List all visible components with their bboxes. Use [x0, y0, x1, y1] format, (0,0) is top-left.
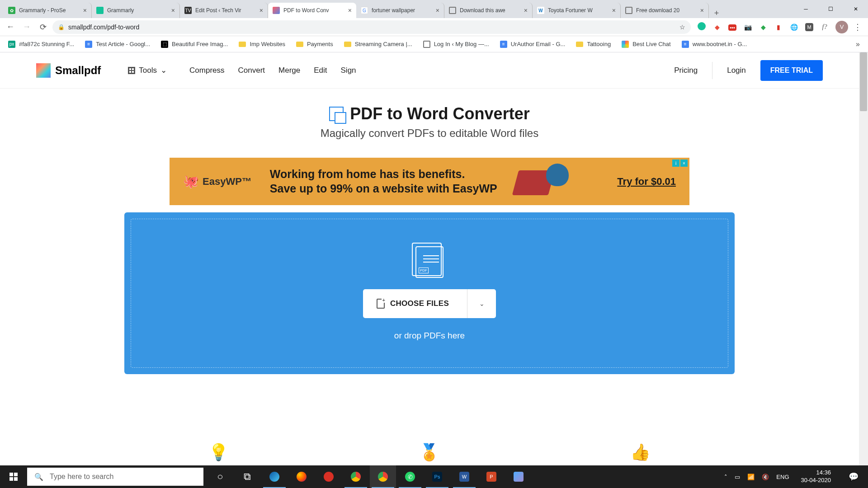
chrome-bg-app-icon[interactable]	[343, 465, 369, 488]
tools-dropdown[interactable]: Tools ⌄	[128, 66, 167, 75]
bookmark-livechat[interactable]: Best Live Chat	[617, 38, 675, 51]
choose-files-button[interactable]: CHOOSE FILES	[363, 289, 467, 318]
tab-grammarly-1[interactable]: ✿ Grammarly - ProSe ×	[4, 3, 92, 18]
maximize-button[interactable]: ☐	[818, 0, 843, 18]
ext-red-icon[interactable]: ▮	[774, 23, 783, 31]
ext-camera-icon[interactable]: 📷	[743, 23, 752, 31]
choose-source-dropdown[interactable]: ⌄	[467, 289, 496, 318]
close-icon[interactable]: ×	[348, 7, 352, 14]
nav-merge[interactable]: Merge	[278, 66, 300, 75]
profile-avatar[interactable]: V	[835, 21, 848, 33]
ad-cta-link[interactable]: Try for $0.01	[617, 176, 676, 188]
close-icon[interactable]: ×	[83, 7, 87, 14]
tab-grammarly-2[interactable]: Grammarly ×	[92, 3, 180, 18]
address-bar[interactable]: 🔒 smallpdf.com/pdf-to-word ☆	[52, 20, 691, 34]
windows-taskbar: 🔍 Type here to search ○ ⧉ ✆ Ps W P ˄ ▭ 📶…	[0, 465, 868, 488]
windows-logo-icon	[9, 473, 18, 481]
ext-globe-icon[interactable]: 🌐	[789, 23, 798, 31]
back-button[interactable]: ←	[4, 20, 17, 34]
ext-dots-icon[interactable]: •••	[728, 23, 737, 31]
smallpdf-logo[interactable]: Smallpdf	[36, 63, 101, 78]
star-icon[interactable]: ☆	[679, 23, 685, 31]
features-teaser: 💡 🏅 👍	[0, 443, 859, 465]
minimize-button[interactable]: ─	[793, 0, 818, 18]
tab-free-download[interactable]: Free download 20 ×	[621, 3, 709, 18]
photoshop-app-icon[interactable]: Ps	[424, 465, 450, 488]
tab-download[interactable]: Download this awe ×	[444, 3, 533, 18]
nav-edit[interactable]: Edit	[314, 66, 327, 75]
nav-compress[interactable]: Compress	[189, 66, 224, 75]
chrome-menu-button[interactable]: ⋮	[851, 20, 864, 34]
battery-icon[interactable]: ▭	[735, 474, 740, 480]
ext-grammarly-icon[interactable]	[697, 22, 706, 32]
bookmark-tattooing[interactable]: Tattooing	[571, 38, 615, 51]
hero-section: PDF to Word Converter Magically convert …	[0, 89, 859, 149]
close-icon[interactable]: ×	[259, 7, 263, 14]
tab-fortuner[interactable]: G fortuner wallpaper ×	[356, 3, 444, 18]
bookmark-test-article[interactable]: ≡Test Article - Googl...	[80, 38, 155, 51]
page-scrollbar[interactable]	[859, 52, 868, 465]
bookmark-urauthor[interactable]: ≡UrAuthor Email - G...	[495, 38, 570, 51]
edge-app-icon[interactable]	[261, 465, 288, 488]
favicon-google-icon: G	[361, 7, 368, 14]
page-subtitle: Magically convert PDFs to editable Word …	[0, 127, 859, 140]
bookmark-streaming[interactable]: Streaming Camera |...	[340, 38, 417, 51]
close-icon[interactable]: ×	[171, 7, 175, 14]
powerpoint-app-icon[interactable]: P	[478, 465, 505, 488]
favicon-globe-icon	[625, 7, 632, 14]
forward-button[interactable]: →	[20, 20, 33, 34]
choose-files-group: CHOOSE FILES ⌄	[363, 289, 496, 318]
file-dropzone[interactable]: PDF CHOOSE FILES ⌄ or drop PDFs here	[124, 212, 735, 374]
ext-m-icon[interactable]: M	[805, 23, 814, 31]
octopus-icon: 🐙	[183, 174, 199, 189]
bookmark-bootnet[interactable]: ≡www.bootnet.in - G...	[677, 38, 752, 51]
pricing-link[interactable]: Pricing	[668, 66, 704, 75]
close-icon[interactable]: ×	[612, 7, 616, 14]
firefox-app-icon[interactable]	[288, 465, 315, 488]
ad-banner[interactable]: 🐙 EasyWP™ Working from home has its bene…	[170, 158, 689, 205]
thumbs-up-icon: 👍	[630, 443, 651, 462]
language-indicator[interactable]: ENG	[776, 474, 789, 480]
close-icon[interactable]: ×	[436, 7, 439, 14]
tab-edit-post[interactable]: TV Edit Post ‹ Tech Vir ×	[180, 3, 268, 18]
volume-muted-icon[interactable]: 🔇	[762, 474, 769, 480]
ext-green-icon[interactable]: ◆	[759, 23, 768, 31]
reload-button[interactable]: ⟳	[36, 20, 50, 34]
close-window-button[interactable]: ✕	[843, 0, 868, 18]
photos-app-icon[interactable]	[505, 465, 532, 488]
bookmark-unsplash[interactable]: ⬚Beautiful Free Imag...	[156, 38, 232, 51]
adchoices-icon[interactable]: i	[672, 160, 679, 167]
action-center-button[interactable]: 💬	[843, 465, 864, 488]
close-icon[interactable]: ×	[524, 7, 528, 14]
nav-sign[interactable]: Sign	[341, 66, 356, 75]
task-view-button[interactable]: ⧉	[234, 465, 260, 488]
tray-overflow-icon[interactable]: ˄	[724, 474, 727, 480]
free-trial-button[interactable]: FREE TRIAL	[760, 60, 823, 81]
cortana-button[interactable]: ○	[207, 465, 233, 488]
bookmark-payments[interactable]: Payments	[292, 38, 338, 51]
start-button[interactable]	[0, 465, 27, 488]
wifi-icon[interactable]: 📶	[747, 474, 755, 480]
tab-toyota[interactable]: W Toyota Fortuner W ×	[533, 3, 621, 18]
new-tab-button[interactable]: +	[709, 9, 724, 18]
opera-app-icon[interactable]	[316, 465, 342, 488]
login-link[interactable]: Login	[721, 66, 752, 75]
chrome-app-icon[interactable]	[370, 465, 396, 488]
taskbar-search-input[interactable]: 🔍 Type here to search	[27, 468, 203, 486]
close-icon[interactable]: ×	[700, 7, 704, 14]
bookmarks-overflow-button[interactable]: »	[851, 40, 864, 48]
taskbar-clock[interactable]: 14:36 30-04-2020	[797, 469, 836, 484]
bookmark-imp-websites[interactable]: Imp Websites	[234, 38, 290, 51]
tab-pdf-to-word-active[interactable]: PDF to Word Conv ×	[268, 3, 356, 18]
bookmark-pexels[interactable]: px#fa872c Stunning F...	[4, 38, 79, 51]
upload-icon	[377, 299, 385, 309]
ext-f-icon[interactable]: f?	[820, 23, 829, 31]
nav-convert[interactable]: Convert	[238, 66, 265, 75]
scrollbar-thumb[interactable]	[860, 52, 867, 111]
word-app-icon[interactable]: W	[451, 465, 477, 488]
bookmark-login[interactable]: Log In ‹ My Blog —...	[419, 38, 494, 51]
ad-close-icon[interactable]: ×	[680, 160, 688, 167]
ext-color-icon[interactable]: ◆	[712, 23, 722, 31]
whatsapp-app-icon[interactable]: ✆	[397, 465, 423, 488]
tab-title: Grammarly	[107, 7, 168, 14]
